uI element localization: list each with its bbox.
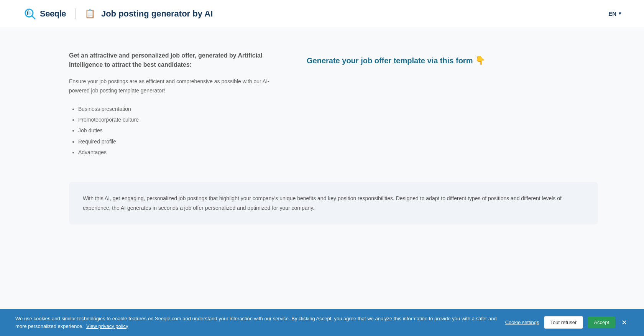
logo-text: Seeqle xyxy=(40,7,66,20)
feature-item: Job duties xyxy=(78,126,284,135)
lang-label: EN xyxy=(608,9,616,18)
feature-item: Advantages xyxy=(78,148,284,156)
header-divider xyxy=(75,8,76,19)
bottom-section: With this AI, get engaging, personalized… xyxy=(69,182,598,224)
cta-text: Generate your job offer template via thi… xyxy=(307,56,473,65)
logo-icon xyxy=(23,7,37,21)
headline: Get an attractive and personalized job o… xyxy=(69,51,284,69)
header-left: Seeqle 📋 Job posting generator by AI xyxy=(23,7,213,21)
chevron-down-icon: ▾ xyxy=(619,10,621,17)
title-icon: 📋 xyxy=(85,7,95,20)
cta-heading: Generate your job offer template via thi… xyxy=(307,55,491,67)
header: Seeqle 📋 Job posting generator by AI EN … xyxy=(0,0,644,28)
bottom-text: With this AI, get engaging, personalized… xyxy=(83,194,584,213)
features-list: Business presentationPromotecorporate cu… xyxy=(69,105,284,157)
svg-line-1 xyxy=(32,16,35,19)
main-content: Get an attractive and personalized job o… xyxy=(0,28,537,182)
feature-item: Promotecorporate culture xyxy=(78,115,284,124)
feature-item: Business presentation xyxy=(78,105,284,113)
page-title: Job posting generator by AI xyxy=(101,7,213,20)
left-section: Get an attractive and personalized job o… xyxy=(69,51,284,159)
description: Ensure your job postings are as efficien… xyxy=(69,77,284,96)
feature-item: Required profile xyxy=(78,137,284,146)
right-section: Generate your job offer template via thi… xyxy=(307,51,491,159)
logo: Seeqle xyxy=(23,7,66,21)
language-selector[interactable]: EN ▾ xyxy=(608,9,621,18)
cta-emoji: 👇 xyxy=(475,56,485,65)
